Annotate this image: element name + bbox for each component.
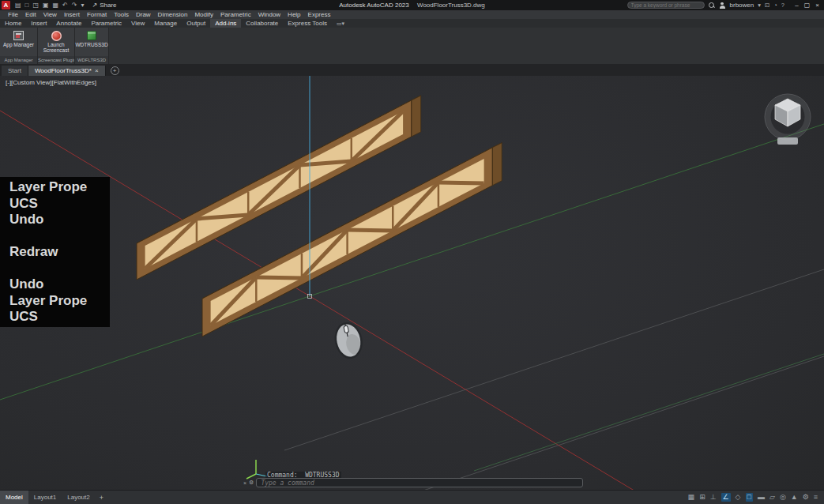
- cart-icon[interactable]: ⊡: [765, 2, 769, 9]
- menu-dimension[interactable]: Dimension: [158, 11, 188, 18]
- truss-1[interactable]: [137, 96, 421, 280]
- notifications-icon[interactable]: ◔: [773, 2, 777, 9]
- command-line-bar[interactable]: × ⚙: [243, 478, 583, 487]
- plot-icon[interactable]: ▦: [53, 2, 59, 9]
- file-tab-active-label: WoodFloorTruss3D*: [35, 67, 92, 74]
- launch-screencast-button[interactable]: Launch Screencast: [38, 28, 74, 56]
- tab-layout2[interactable]: Layout2: [62, 491, 95, 504]
- file-tab-woodfloortruss3d[interactable]: WoodFloorTruss3D* ×: [28, 66, 106, 76]
- ribbon-display-toggle-icon[interactable]: ▭▾: [332, 19, 349, 28]
- ribbon: App Manager App Manager Launch Screencas…: [0, 28, 824, 64]
- wdtruss3d-button[interactable]: WDTRUSS3D: [75, 28, 108, 56]
- tab-model[interactable]: Model: [0, 491, 28, 504]
- annotation-scale-icon[interactable]: ▲: [791, 493, 798, 502]
- viewport-canvas[interactable]: [0, 76, 824, 490]
- viewport-controls[interactable]: [-][Custom View][FlatWithEdges]: [6, 79, 96, 86]
- panel-caption-wdfltrs3d[interactable]: WDFLTRS3D: [75, 56, 108, 64]
- launch-screencast-label: Launch Screencast: [39, 42, 73, 53]
- tab-parametric[interactable]: Parametric: [86, 19, 126, 28]
- file-tab-close-icon[interactable]: ×: [95, 67, 99, 74]
- wdtruss3d-label: WDTRUSS3D: [75, 42, 107, 47]
- tab-collaborate[interactable]: Collaborate: [241, 19, 283, 28]
- customization-icon[interactable]: ≡: [814, 493, 818, 502]
- file-tab-start[interactable]: Start: [2, 66, 28, 76]
- ribbon-panel-app-manager: App Manager App Manager: [0, 28, 38, 64]
- panel-caption-screencast-plugin[interactable]: Screencast Plugin: [38, 56, 74, 64]
- user-avatar-icon[interactable]: [719, 2, 726, 9]
- menu-view[interactable]: View: [43, 11, 57, 18]
- screen-menu-item-undo[interactable]: Undo: [9, 212, 110, 228]
- snap-icon[interactable]: ⊞: [699, 493, 705, 502]
- menu-express[interactable]: Express: [308, 11, 331, 18]
- tab-annotate[interactable]: Annotate: [51, 19, 86, 28]
- screen-menu-item-ucs[interactable]: UCS: [9, 196, 110, 213]
- tab-layout1[interactable]: Layout1: [28, 491, 62, 504]
- application-menu-icon[interactable]: ▤: [15, 2, 21, 9]
- screen-menu-item-ucs-2[interactable]: UCS: [9, 309, 110, 325]
- osnap-icon[interactable]: □: [746, 493, 753, 502]
- tab-manage[interactable]: Manage: [149, 19, 182, 28]
- screen-menu-item-undo-2[interactable]: Undo: [9, 276, 110, 293]
- share-button[interactable]: ↗ Share: [92, 2, 117, 9]
- menu-window[interactable]: Window: [258, 11, 280, 18]
- tab-view[interactable]: View: [126, 19, 149, 28]
- screen-menu-item-layer-properties[interactable]: Layer Prope: [9, 179, 110, 196]
- menu-format[interactable]: Format: [87, 11, 107, 18]
- save-icon[interactable]: ▣: [43, 2, 49, 9]
- tab-output[interactable]: Output: [182, 19, 210, 28]
- ortho-icon[interactable]: ⊥: [710, 493, 717, 502]
- menu-edit[interactable]: Edit: [25, 11, 36, 18]
- search-input[interactable]: [631, 2, 701, 8]
- close-button[interactable]: ×: [812, 2, 822, 9]
- truss-2[interactable]: [202, 143, 502, 337]
- help-search-box[interactable]: [627, 2, 705, 9]
- viewcube[interactable]: [765, 94, 811, 145]
- menu-tools[interactable]: Tools: [114, 11, 129, 18]
- new-layout-icon[interactable]: +: [100, 494, 103, 502]
- user-name[interactable]: brbowen: [730, 2, 754, 9]
- isodraft-icon[interactable]: ◇: [736, 493, 741, 502]
- undo-icon[interactable]: ↶: [62, 2, 68, 9]
- menu-draw[interactable]: Draw: [136, 11, 151, 18]
- workspace-icon[interactable]: ⚙: [803, 493, 809, 502]
- tab-express-tools[interactable]: Express Tools: [283, 19, 332, 28]
- command-input-field[interactable]: [256, 478, 583, 487]
- model-viewport[interactable]: [-][Custom View][FlatWithEdges] Layer Pr…: [0, 76, 824, 490]
- search-icon[interactable]: [709, 2, 715, 9]
- command-close-icon[interactable]: ×: [243, 480, 246, 486]
- selection-cycling-icon[interactable]: ◎: [780, 493, 786, 502]
- polar-tracking-icon[interactable]: ∠: [721, 493, 731, 502]
- viewcube-menu[interactable]: [777, 137, 798, 145]
- lineweight-icon[interactable]: ▬: [758, 493, 765, 502]
- autocad-logo[interactable]: A: [2, 1, 10, 9]
- menu-help[interactable]: Help: [288, 11, 300, 18]
- screen-menu-item-layer-properties-2[interactable]: Layer Prope: [9, 293, 110, 310]
- new-tab-button[interactable]: +: [111, 66, 119, 75]
- tab-home[interactable]: Home: [0, 19, 26, 28]
- screen-menu: Layer Prope UCS Undo Redraw Undo Layer P…: [0, 177, 110, 327]
- tab-insert[interactable]: Insert: [26, 19, 51, 28]
- app-manager-button[interactable]: App Manager: [0, 28, 37, 56]
- new-file-icon[interactable]: □: [25, 2, 29, 9]
- tab-add-ins[interactable]: Add-ins: [210, 19, 241, 28]
- menu-insert[interactable]: Insert: [64, 11, 80, 18]
- menu-modify[interactable]: Modify: [194, 11, 213, 18]
- open-file-icon[interactable]: ◳: [32, 2, 39, 9]
- command-input[interactable]: [261, 480, 578, 487]
- menu-file[interactable]: File: [8, 11, 18, 18]
- screen-menu-item-redraw[interactable]: Redraw: [9, 244, 110, 261]
- construction-line-1: [284, 269, 824, 450]
- maximize-button[interactable]: ▢: [802, 2, 812, 9]
- qat-dropdown-icon[interactable]: ▾: [81, 2, 85, 9]
- menu-parametric[interactable]: Parametric: [220, 11, 251, 18]
- ucs-icon: [246, 460, 267, 479]
- minimize-button[interactable]: –: [792, 2, 802, 9]
- user-dropdown-icon[interactable]: ▾: [758, 2, 761, 9]
- command-customize-icon[interactable]: ⚙: [249, 480, 254, 486]
- help-icon[interactable]: ?: [781, 2, 784, 9]
- redo-icon[interactable]: ↷: [72, 2, 77, 9]
- menu-bar: File Edit View Insert Format Tools Draw …: [0, 10, 824, 19]
- panel-caption-app-manager[interactable]: App Manager: [0, 56, 37, 64]
- grid-icon[interactable]: ▦: [688, 493, 695, 502]
- transparency-icon[interactable]: ▱: [769, 493, 775, 502]
